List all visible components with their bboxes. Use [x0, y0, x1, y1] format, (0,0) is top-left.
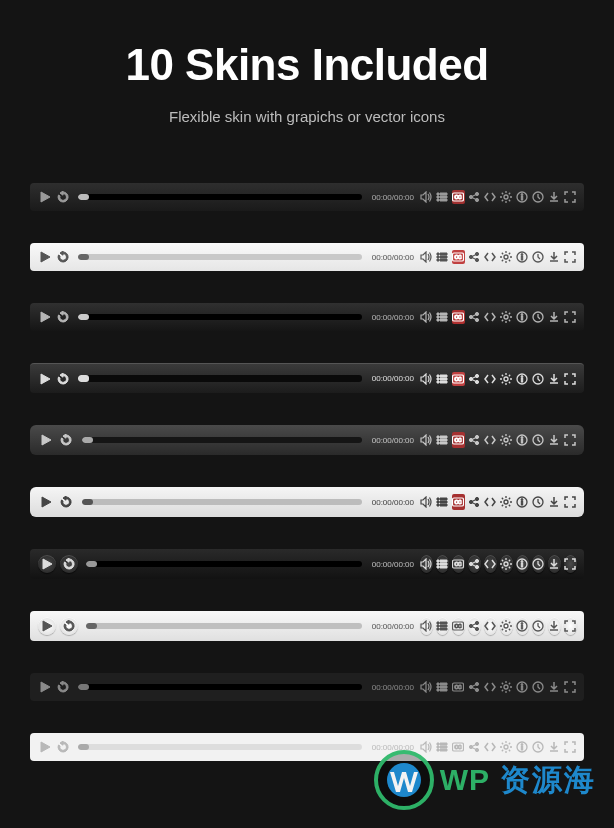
fullscreen-button[interactable]: [564, 250, 577, 264]
fullscreen-button[interactable]: [564, 617, 577, 635]
progress-bar[interactable]: [78, 194, 362, 200]
play-button[interactable]: [38, 432, 54, 448]
progress-bar[interactable]: [82, 499, 362, 505]
volume-button[interactable]: [420, 432, 433, 448]
info-button[interactable]: [516, 310, 529, 324]
embed-button[interactable]: [484, 310, 497, 324]
volume-button[interactable]: [420, 190, 433, 204]
share-button[interactable]: [468, 372, 481, 386]
captions-button[interactable]: [452, 432, 465, 448]
captions-button[interactable]: [452, 310, 465, 324]
play-button[interactable]: [38, 190, 52, 204]
clock-button[interactable]: [532, 432, 545, 448]
volume-button[interactable]: [420, 555, 433, 573]
share-button[interactable]: [468, 555, 481, 573]
playlist-button[interactable]: [436, 432, 449, 448]
settings-button[interactable]: [500, 190, 513, 204]
settings-button[interactable]: [500, 310, 513, 324]
download-button[interactable]: [548, 250, 561, 264]
progress-bar[interactable]: [78, 314, 362, 320]
download-button[interactable]: [548, 617, 561, 635]
download-button[interactable]: [548, 494, 561, 510]
fullscreen-button[interactable]: [564, 555, 577, 573]
share-button[interactable]: [468, 617, 481, 635]
playlist-button[interactable]: [436, 617, 449, 635]
info-button[interactable]: [516, 250, 529, 264]
replay-button[interactable]: [56, 680, 70, 694]
embed-button[interactable]: [484, 190, 497, 204]
download-button[interactable]: [548, 310, 561, 324]
share-button[interactable]: [468, 494, 481, 510]
play-button[interactable]: [38, 555, 56, 573]
clock-button[interactable]: [532, 372, 545, 386]
settings-button[interactable]: [500, 555, 513, 573]
settings-button[interactable]: [500, 617, 513, 635]
progress-bar[interactable]: [78, 744, 362, 750]
embed-button[interactable]: [484, 555, 497, 573]
play-button[interactable]: [38, 310, 52, 324]
playlist-button[interactable]: [436, 190, 449, 204]
playlist-button[interactable]: [436, 250, 449, 264]
replay-button[interactable]: [58, 432, 74, 448]
play-button[interactable]: [38, 740, 52, 754]
embed-button[interactable]: [484, 432, 497, 448]
play-button[interactable]: [38, 617, 56, 635]
fullscreen-button[interactable]: [564, 372, 577, 386]
progress-bar[interactable]: [82, 437, 362, 443]
fullscreen-button[interactable]: [564, 310, 577, 324]
volume-button[interactable]: [420, 617, 433, 635]
volume-button[interactable]: [420, 680, 433, 694]
replay-button[interactable]: [60, 555, 78, 573]
captions-button[interactable]: [452, 190, 465, 204]
clock-button[interactable]: [532, 617, 545, 635]
clock-button[interactable]: [532, 680, 545, 694]
volume-button[interactable]: [420, 494, 433, 510]
info-button[interactable]: [516, 432, 529, 448]
replay-button[interactable]: [56, 190, 70, 204]
info-button[interactable]: [516, 372, 529, 386]
embed-button[interactable]: [484, 372, 497, 386]
replay-button[interactable]: [60, 617, 78, 635]
download-button[interactable]: [548, 680, 561, 694]
info-button[interactable]: [516, 617, 529, 635]
clock-button[interactable]: [532, 310, 545, 324]
clock-button[interactable]: [532, 555, 545, 573]
clock-button[interactable]: [532, 494, 545, 510]
captions-button[interactable]: [452, 494, 465, 510]
share-button[interactable]: [468, 250, 481, 264]
playlist-button[interactable]: [436, 555, 449, 573]
captions-button[interactable]: [452, 680, 465, 694]
replay-button[interactable]: [56, 250, 70, 264]
settings-button[interactable]: [500, 372, 513, 386]
download-button[interactable]: [548, 432, 561, 448]
replay-button[interactable]: [58, 494, 74, 510]
progress-bar[interactable]: [78, 254, 362, 260]
captions-button[interactable]: [452, 555, 465, 573]
volume-button[interactable]: [420, 250, 433, 264]
playlist-button[interactable]: [436, 494, 449, 510]
clock-button[interactable]: [532, 250, 545, 264]
fullscreen-button[interactable]: [564, 432, 577, 448]
captions-button[interactable]: [452, 250, 465, 264]
replay-button[interactable]: [56, 310, 70, 324]
embed-button[interactable]: [484, 250, 497, 264]
info-button[interactable]: [516, 555, 529, 573]
progress-bar[interactable]: [78, 375, 362, 382]
captions-button[interactable]: [452, 372, 465, 386]
share-button[interactable]: [468, 680, 481, 694]
volume-button[interactable]: [420, 372, 433, 386]
play-button[interactable]: [38, 494, 54, 510]
settings-button[interactable]: [500, 494, 513, 510]
info-button[interactable]: [516, 680, 529, 694]
fullscreen-button[interactable]: [564, 190, 577, 204]
fullscreen-button[interactable]: [564, 494, 577, 510]
embed-button[interactable]: [484, 617, 497, 635]
embed-button[interactable]: [484, 494, 497, 510]
play-button[interactable]: [38, 250, 52, 264]
play-button[interactable]: [38, 372, 52, 386]
playlist-button[interactable]: [436, 680, 449, 694]
playlist-button[interactable]: [436, 310, 449, 324]
settings-button[interactable]: [500, 250, 513, 264]
progress-bar[interactable]: [86, 623, 362, 629]
share-button[interactable]: [468, 310, 481, 324]
